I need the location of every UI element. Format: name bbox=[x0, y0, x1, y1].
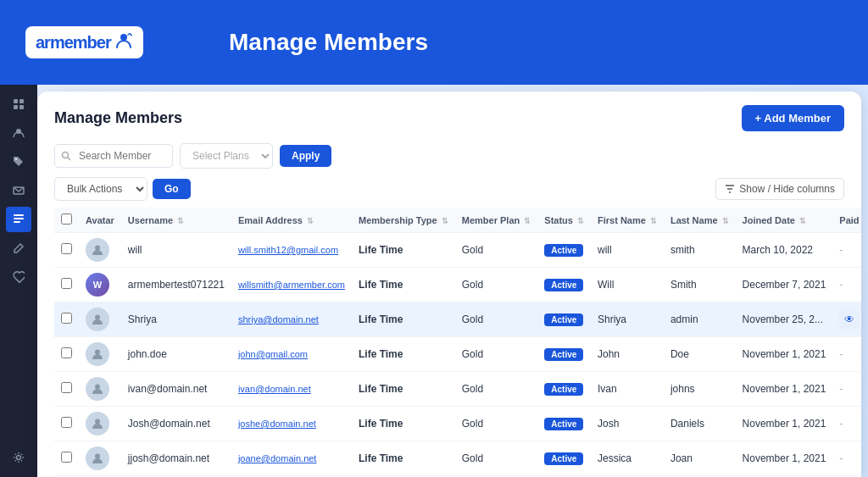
status-cell: Active bbox=[537, 441, 591, 476]
last-name-cell: Smith bbox=[664, 268, 736, 302]
bulk-bar: Bulk Actions Go Show / Hide columns bbox=[54, 177, 844, 201]
top-header: armember Manage Members bbox=[0, 0, 868, 85]
apply-button[interactable]: Apply bbox=[280, 145, 331, 167]
th-membership-type: Membership Type ⇅ bbox=[352, 208, 455, 233]
email-link[interactable]: john@gmail.com bbox=[238, 349, 308, 359]
avatar-cell bbox=[79, 372, 121, 407]
svg-point-16 bbox=[95, 350, 100, 355]
select-all-checkbox[interactable] bbox=[61, 214, 72, 225]
panel-title: Manage Members bbox=[54, 109, 182, 127]
member-plan-cell: Gold bbox=[455, 441, 538, 476]
status-badge: Active bbox=[544, 244, 583, 257]
email-link[interactable]: will.smith12@gmail.com bbox=[238, 245, 338, 255]
svg-point-0 bbox=[120, 34, 127, 41]
email-link[interactable]: joshe@domain.net bbox=[238, 419, 316, 429]
logo-container: armember bbox=[25, 26, 143, 58]
table-row: Shriyashriya@domain.netLife TimeGoldActi… bbox=[54, 302, 861, 337]
status-cell: Active bbox=[537, 407, 591, 441]
table-body: willwill.smith12@gmail.comLife TimeGoldA… bbox=[54, 233, 861, 478]
email-cell[interactable]: shriya@domain.net bbox=[231, 302, 352, 337]
email-cell[interactable]: joshe@domain.net bbox=[231, 407, 352, 441]
email-link[interactable]: shriya@domain.net bbox=[238, 314, 319, 324]
th-joined-date: Joined Date ⇅ bbox=[736, 208, 833, 233]
email-cell[interactable]: ivan@domain.net bbox=[231, 372, 352, 407]
main-area: Manage Members + Add Member Select Plans… bbox=[0, 85, 868, 477]
sidebar-icon-tag[interactable] bbox=[6, 149, 31, 175]
search-input[interactable] bbox=[54, 144, 173, 168]
email-link[interactable]: willsmith@armember.com bbox=[238, 280, 345, 290]
status-cell: Active bbox=[537, 233, 591, 268]
show-hide-label: Show / Hide columns bbox=[739, 183, 835, 195]
username-cell: Shriya bbox=[121, 302, 231, 337]
member-plan-cell: Gold bbox=[455, 268, 538, 302]
status-badge: Active bbox=[544, 348, 583, 361]
member-plan-cell: Gold bbox=[455, 407, 538, 441]
paid-with-dash: - bbox=[839, 452, 843, 464]
row-checkbox[interactable] bbox=[61, 382, 72, 393]
last-name-cell: Doe bbox=[664, 337, 736, 372]
add-member-button[interactable]: + Add Member bbox=[742, 105, 844, 131]
row-checkbox[interactable] bbox=[61, 347, 72, 358]
table-row: willwill.smith12@gmail.comLife TimeGoldA… bbox=[54, 233, 861, 268]
sidebar-icon-user[interactable] bbox=[6, 120, 31, 146]
avatar-cell bbox=[79, 441, 121, 476]
th-checkbox bbox=[54, 208, 79, 233]
row-checkbox-cell bbox=[54, 233, 79, 268]
sidebar-icon-members[interactable] bbox=[6, 207, 31, 232]
row-checkbox-cell bbox=[54, 302, 79, 337]
th-email: Email Address ⇅ bbox=[231, 208, 352, 233]
row-checkbox-cell bbox=[54, 268, 79, 302]
row-checkbox-cell bbox=[54, 372, 79, 407]
row-checkbox[interactable] bbox=[61, 417, 72, 428]
svg-rect-3 bbox=[14, 105, 18, 109]
membership-type-cell: Life Time bbox=[352, 441, 455, 476]
status-cell: Active bbox=[537, 337, 591, 372]
username-cell: armembertest071221 bbox=[121, 268, 231, 302]
username-cell: Josh@domain.net bbox=[121, 407, 231, 441]
sidebar-icon-cog[interactable] bbox=[6, 445, 31, 470]
svg-rect-4 bbox=[19, 105, 24, 109]
plans-select[interactable]: Select Plans bbox=[180, 143, 273, 169]
table-row: Warmembertest071221willsmith@armember.co… bbox=[54, 268, 861, 302]
status-badge: Active bbox=[544, 452, 583, 465]
th-paid-with: Paid With ⇅ bbox=[832, 208, 861, 233]
joined-date-cell: November 25, 2... bbox=[736, 302, 833, 337]
email-link[interactable]: ivan@domain.net bbox=[238, 384, 311, 394]
show-hide-button[interactable]: Show / Hide columns bbox=[715, 178, 844, 200]
avatar-cell bbox=[79, 233, 121, 268]
email-cell[interactable]: joane@domain.net bbox=[231, 441, 352, 476]
bulk-actions-select[interactable]: Bulk Actions bbox=[54, 177, 147, 201]
content-panel: Manage Members + Add Member Select Plans… bbox=[37, 92, 861, 477]
status-badge: Active bbox=[544, 313, 583, 326]
paid-with-dash: - bbox=[839, 279, 843, 291]
svg-line-13 bbox=[68, 158, 70, 160]
svg-rect-2 bbox=[19, 99, 24, 103]
row-checkbox[interactable] bbox=[61, 278, 72, 289]
email-cell[interactable]: will.smith12@gmail.com bbox=[231, 233, 352, 268]
sidebar-icon-envelope[interactable] bbox=[6, 178, 31, 203]
membership-type-cell: Life Time bbox=[352, 337, 455, 372]
th-avatar: Avatar bbox=[79, 208, 121, 233]
row-checkbox[interactable] bbox=[61, 313, 72, 324]
status-badge: Active bbox=[544, 383, 583, 396]
sidebar-icon-tools[interactable] bbox=[6, 264, 31, 290]
view-button[interactable]: 👁 bbox=[839, 309, 860, 330]
th-username: Username ⇅ bbox=[121, 208, 231, 233]
table-row: john.doejohn@gmail.comLife TimeGoldActiv… bbox=[54, 337, 861, 372]
go-button[interactable]: Go bbox=[153, 179, 191, 199]
sidebar-icon-grid[interactable] bbox=[6, 92, 31, 117]
joined-date-cell: December 7, 2021 bbox=[736, 268, 833, 302]
last-name-cell: admin bbox=[664, 302, 736, 337]
joined-date-cell: November 1, 2021 bbox=[736, 372, 833, 407]
action-icons: 👁✏️👤🔑🗑 bbox=[839, 309, 861, 330]
email-cell[interactable]: willsmith@armember.com bbox=[231, 268, 352, 302]
row-checkbox[interactable] bbox=[61, 243, 72, 254]
email-link[interactable]: joane@domain.net bbox=[238, 453, 317, 463]
sidebar-icon-pencil[interactable] bbox=[6, 236, 31, 261]
avatar-cell bbox=[79, 337, 121, 372]
svg-point-14 bbox=[95, 246, 100, 251]
svg-point-11 bbox=[17, 456, 21, 460]
membership-type-cell: Life Time bbox=[352, 372, 455, 407]
row-checkbox[interactable] bbox=[61, 452, 72, 463]
email-cell[interactable]: john@gmail.com bbox=[231, 337, 352, 372]
